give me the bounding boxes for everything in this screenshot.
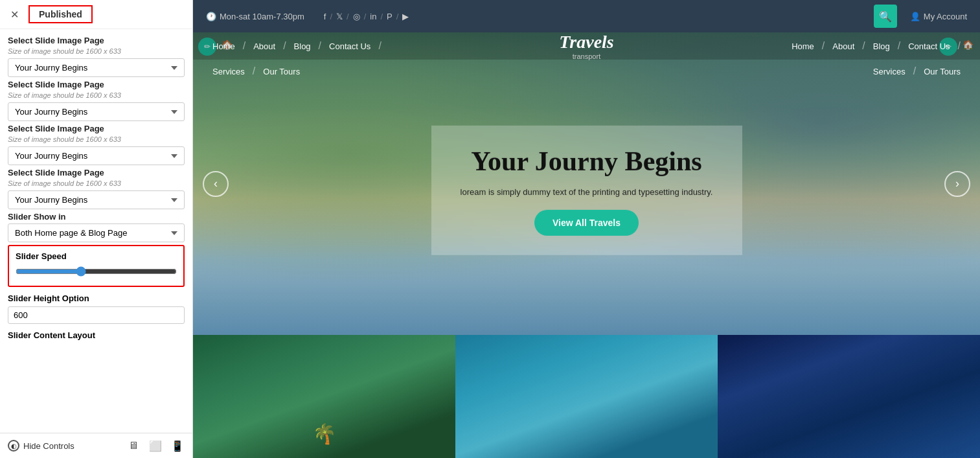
preview-area: ✏ 🏠 ✏ 🏠 Home / About / Blog / <box>193 32 980 458</box>
section-title-3: Select Slide Image Page <box>8 124 185 133</box>
my-account-link[interactable]: 👤 My Account <box>910 12 967 21</box>
hide-controls-label: Hide Controls <box>23 441 74 451</box>
logo-text: Travels <box>559 32 614 52</box>
hero-logo: Travels transport <box>559 32 614 60</box>
search-button[interactable]: 🔍 <box>874 5 897 28</box>
nav-home-right[interactable]: Home <box>792 41 814 51</box>
hero-nav-left: Home / About / Blog / Contact Us / <box>212 40 382 52</box>
next-slide-button[interactable]: › <box>944 171 970 197</box>
nav-tours-left[interactable]: Our Tours <box>263 67 300 76</box>
mobile-icon[interactable]: 📱 <box>170 439 185 453</box>
section-title-2: Select Slide Image Page <box>8 80 185 89</box>
nav-about-right[interactable]: About <box>832 41 854 51</box>
pinterest-icon[interactable]: P <box>387 12 393 21</box>
hero-section: ✏ 🏠 ✏ 🏠 Home / About / Blog / <box>193 32 980 335</box>
slider-height-label: Slider Height Option <box>8 293 185 303</box>
services-nav: Services / Our Tours Services / Our Tour… <box>193 60 980 83</box>
slider-height-input[interactable] <box>8 306 185 324</box>
nav-about-left[interactable]: About <box>253 41 275 51</box>
slide-section-2: Select Slide Image Page Size of image sh… <box>8 80 185 124</box>
prev-slide-button[interactable]: ‹ <box>203 171 229 197</box>
clock-icon: 🕐 <box>206 12 216 21</box>
panel-header: ✕ Published <box>0 0 192 29</box>
close-button[interactable]: ✕ <box>6 6 22 22</box>
hero-description: loream is simply dummy text of the print… <box>457 187 716 197</box>
topbar-social: f / 𝕏 / ◎ / in / P / ▶ <box>324 12 409 21</box>
nav-contact-left[interactable]: Contact Us <box>329 41 370 51</box>
facebook-icon[interactable]: f <box>324 12 326 21</box>
left-panel: ✕ Published Select Slide Image Page Size… <box>0 0 193 458</box>
section-hint-4: Size of image should be 1600 x 633 <box>8 179 185 187</box>
slide-section-1: Select Slide Image Page Size of image sh… <box>8 36 185 80</box>
slider-content-section: Slider Content Layout <box>8 330 185 340</box>
account-icon: 👤 <box>910 12 920 21</box>
hide-controls-icon: ◐ <box>8 440 19 452</box>
strip-image-3 <box>718 335 980 458</box>
nav-services-left[interactable]: Services <box>212 67 245 76</box>
nav-home-left[interactable]: Home <box>212 41 235 51</box>
hero-nav-right: Home / About / Blog / Contact Us / <box>792 40 961 52</box>
section-title-1: Select Slide Image Page <box>8 36 185 45</box>
published-button[interactable]: Published <box>28 5 93 23</box>
slider-speed-label: Slider Speed <box>16 251 177 261</box>
slider-content-label: Slider Content Layout <box>8 330 185 340</box>
slider-height-section: Slider Height Option <box>8 293 185 324</box>
strip-image-1: 🌴 <box>193 335 455 458</box>
hero-nav-overlay: Home / About / Blog / Contact Us / Trave… <box>193 32 980 60</box>
nav-contact-right[interactable]: Contact Us <box>908 41 950 51</box>
linkedin-icon[interactable]: in <box>370 12 376 21</box>
section-hint-1: Size of image should be 1600 x 633 <box>8 47 185 55</box>
slider-speed-input[interactable] <box>16 266 177 277</box>
image-strip: 🌴 <box>193 335 980 458</box>
slider-speed-section: Slider Speed <box>8 245 185 287</box>
slider-show-section: Slider Show in Both Home page & Blog Pag… <box>8 212 185 245</box>
youtube-icon[interactable]: ▶ <box>402 12 409 21</box>
strip-image-2 <box>455 335 718 458</box>
services-nav-left: Services / Our Tours <box>212 65 300 77</box>
slider-show-label: Slider Show in <box>8 212 185 222</box>
panel-footer: ◐ Hide Controls 🖥 ⬜ 📱 <box>0 433 192 458</box>
tablet-icon[interactable]: ⬜ <box>148 439 163 453</box>
slide-section-3: Select Slide Image Page Size of image sh… <box>8 124 185 168</box>
topbar: 🕐 Mon-sat 10am-7.30pm f / 𝕏 / ◎ / in / P… <box>193 0 980 32</box>
nav-services-right[interactable]: Services <box>873 67 906 76</box>
slide-dropdown-3[interactable]: Your Journy Begins <box>8 146 185 165</box>
services-nav-right: Services / Our Tours <box>873 65 961 77</box>
view-all-travels-button[interactable]: View All Travels <box>534 210 639 236</box>
slider-show-dropdown[interactable]: Both Home page & Blog Page <box>8 223 185 242</box>
instagram-icon[interactable]: ◎ <box>353 12 360 21</box>
slide-dropdown-4[interactable]: Your Journy Begins <box>8 190 185 209</box>
nav-tours-right[interactable]: Our Tours <box>924 67 961 76</box>
hero-title: Your Journy Begins <box>457 144 716 177</box>
nav-blog-left[interactable]: Blog <box>294 41 311 51</box>
monitor-icon[interactable]: 🖥 <box>126 439 141 453</box>
section-hint-2: Size of image should be 1600 x 633 <box>8 91 185 99</box>
nav-blog-right[interactable]: Blog <box>873 41 890 51</box>
section-hint-3: Size of image should be 1600 x 633 <box>8 135 185 143</box>
section-title-4: Select Slide Image Page <box>8 168 185 177</box>
hero-content-box: Your Journy Begins loream is simply dumm… <box>431 125 742 255</box>
slide-section-4: Select Slide Image Page Size of image sh… <box>8 168 185 212</box>
twitter-icon[interactable]: 𝕏 <box>336 12 343 21</box>
slide-dropdown-1[interactable]: Your Journy Begins <box>8 58 185 77</box>
hide-controls-button[interactable]: ◐ Hide Controls <box>8 440 74 452</box>
topbar-time: 🕐 Mon-sat 10am-7.30pm <box>206 12 304 21</box>
slide-dropdown-2[interactable]: Your Journy Begins <box>8 102 185 121</box>
right-panel: 🕐 Mon-sat 10am-7.30pm f / 𝕏 / ◎ / in / P… <box>193 0 980 458</box>
panel-content: Select Slide Image Page Size of image sh… <box>0 29 192 433</box>
search-icon: 🔍 <box>879 10 892 23</box>
